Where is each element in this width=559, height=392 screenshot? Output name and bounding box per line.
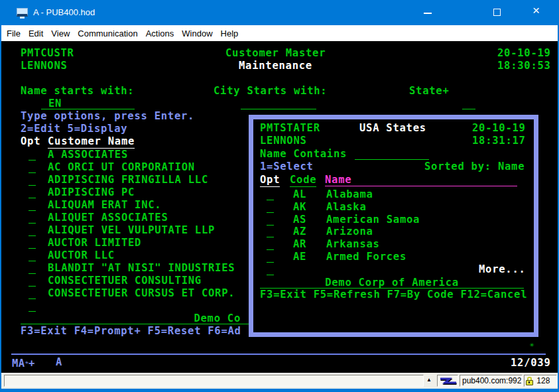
customer-row: AUCTOR LIMITED (48, 237, 141, 249)
option-input[interactable] (29, 212, 36, 224)
screen-title-line1: Customer Master (225, 47, 326, 60)
state-code: AE (293, 251, 306, 263)
city-filter-input[interactable] (241, 98, 316, 109)
menu-communication[interactable]: Communication (74, 29, 141, 38)
customer-row: AC ORCI UT CORPORATION (48, 161, 195, 174)
oia-session-id: A (56, 356, 62, 369)
state-option-input[interactable] (267, 188, 274, 200)
customer-row: CONSECTETUER CONSULTING (48, 275, 202, 287)
title-bar: A - PUB400.hod × (1, 0, 558, 25)
popup-search-label: Name Contains (260, 148, 347, 161)
popup-name-header: Name (325, 174, 517, 186)
encryption-bits: 128 (536, 376, 550, 385)
popup-date: 20-10-19 (472, 122, 526, 135)
connection-icon (438, 375, 457, 385)
customer-row: A ASSOCIATES (48, 149, 128, 161)
state-option-input[interactable] (267, 214, 274, 226)
state-option-input[interactable] (267, 201, 274, 213)
instruction-line: Type options, press Enter. (21, 110, 194, 123)
popup-instruction: 1=Select (260, 161, 314, 173)
menu-file[interactable]: File (3, 29, 25, 38)
option-input[interactable] (29, 249, 36, 261)
popup-more-indicator: More... (479, 263, 526, 276)
customer-row: ADIPISCING PC (48, 186, 135, 199)
terminal-screen[interactable]: PMTCUSTR Customer Master 20-10-19 LENNON… (1, 41, 558, 373)
popup-program-name: PMTSTATER (260, 122, 320, 135)
cursor-position: 12/039 (511, 357, 551, 369)
app-window: A - PUB400.hod × File Edit View Communic… (0, 0, 559, 392)
window-title: A - PUB400.hod (33, 7, 95, 17)
option-input[interactable] (29, 149, 36, 161)
company-name-partial: Demo Co (21, 312, 249, 324)
customer-row: CONSECTETUER CURSUS ET CORP. (48, 287, 235, 300)
user-name: LENNONS (21, 60, 68, 72)
program-name: PMTCUSTR (21, 47, 74, 60)
menu-edit[interactable]: Edit (25, 29, 47, 38)
customer-row: ADIPISCING FRINGILLA LLC (48, 174, 208, 186)
status-message-area (4, 375, 424, 387)
popup-sorted-by: Sorted by: Name (424, 161, 525, 173)
state-code: AK (293, 201, 306, 214)
lock-icon (526, 377, 533, 385)
option-input[interactable] (29, 161, 36, 173)
state-name: Alaska (326, 201, 367, 214)
state-code: AS (293, 214, 306, 226)
screen-title-line2: Maintenance (239, 60, 312, 72)
customer-row: ALIQUET VEL VULPUTATE LLP (48, 224, 215, 237)
menu-bar: File Edit View Communication Actions Win… (1, 25, 558, 41)
state-option-input[interactable] (267, 238, 274, 250)
option-input[interactable] (29, 186, 36, 198)
minimize-button[interactable] (424, 13, 432, 14)
menu-help[interactable]: Help (217, 29, 243, 38)
state-name: Arizona (326, 226, 373, 238)
state-code: AZ (293, 226, 306, 238)
maximize-button[interactable] (493, 9, 501, 16)
option-input[interactable] (29, 237, 36, 249)
popup-company-name: Demo Corp of America (260, 277, 524, 289)
state-option-input[interactable] (267, 226, 274, 237)
popup-code-header: Code (290, 174, 316, 187)
popup-search-input[interactable] (355, 148, 429, 160)
state-name: Armed Forces (326, 251, 406, 263)
customer-row: BLANDIT "AT NISI" INDUSTRIES (48, 262, 235, 275)
popup-user-name: LENNONS (260, 135, 307, 147)
state-option-input[interactable] (267, 251, 274, 263)
screen-time: 18:30:53 (497, 60, 551, 72)
name-filter-input[interactable]: EN (41, 98, 135, 109)
expand-arrow-button[interactable]: ▲ (426, 377, 432, 383)
state-option-input[interactable] (267, 263, 274, 275)
option-input[interactable] (29, 224, 36, 236)
popup-opt-header: Opt (260, 174, 280, 187)
option-input[interactable] (29, 275, 36, 287)
system-available-icon: ✳ (530, 338, 534, 351)
close-button[interactable]: × (532, 3, 540, 18)
screen-date: 20-10-19 (497, 47, 551, 60)
state-filter-label: State+ (409, 85, 450, 98)
option-input[interactable] (29, 300, 36, 312)
state-name: Arkansas (326, 238, 380, 251)
oia-status: MA✳+ (12, 356, 35, 370)
opt-column-header: Opt (21, 135, 40, 148)
states-popup: PMTSTATER USA States 20-10-19 LENNONS 18… (249, 115, 538, 337)
popup-time: 18:31:17 (472, 135, 526, 147)
option-input[interactable] (29, 287, 36, 299)
oia-separator (11, 354, 546, 355)
customer-row: ALIQUET ASSOCIATES (48, 212, 168, 224)
state-name: Alabama (326, 188, 373, 201)
state-filter-input[interactable] (462, 98, 475, 109)
menu-window[interactable]: Window (178, 29, 216, 38)
option-input[interactable] (29, 199, 36, 211)
host-address: pub400.com:992 (460, 375, 523, 387)
customer-row: AUCTOR LLC (48, 249, 115, 262)
state-code: AL (293, 188, 306, 201)
option-input[interactable] (29, 262, 36, 274)
popup-function-keys: F3=Exit F5=Refresh F7=By Code F12=Cancel (260, 289, 527, 301)
state-name: American Samoa (326, 214, 420, 226)
city-filter-label: City Starts with: (214, 85, 327, 98)
menu-view[interactable]: View (47, 29, 74, 38)
options-line: 2=Edit 5=Display (21, 123, 127, 135)
menu-actions[interactable]: Actions (142, 29, 178, 38)
option-input[interactable] (29, 174, 36, 186)
name-filter-label: Name starts with: (21, 85, 134, 98)
state-code: AR (293, 238, 306, 251)
